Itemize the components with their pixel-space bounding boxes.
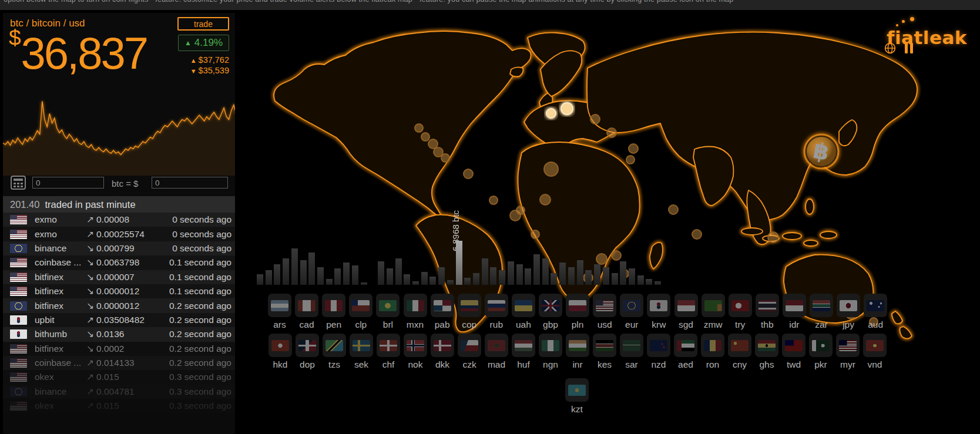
currency-tile-huf[interactable] <box>512 334 535 357</box>
btc-amount-input[interactable] <box>32 177 104 189</box>
exchange-name[interactable]: upbit <box>35 315 85 325</box>
trade-row[interactable]: bitfinex↘0.00020.2 second ago <box>3 342 236 356</box>
currency-tile-mad[interactable] <box>485 334 508 357</box>
trade-row[interactable]: exmo↗0.000080 seconds ago <box>3 213 236 227</box>
exchange-name[interactable]: okex <box>35 401 85 411</box>
currency-tile-sar[interactable] <box>620 334 643 357</box>
currency-tile-cny[interactable] <box>728 334 751 357</box>
currency-tile-clp[interactable] <box>349 294 372 317</box>
currency-tile-hkd[interactable] <box>269 334 292 357</box>
currency-tile-chf[interactable] <box>377 334 400 357</box>
currency-tile-kzt[interactable] <box>565 378 589 402</box>
exchange-name[interactable]: exmo <box>35 229 85 240</box>
currency-tile-kes[interactable] <box>593 334 616 357</box>
currency-tile-tzs[interactable] <box>323 334 346 357</box>
currency-tile-pln[interactable] <box>566 294 589 317</box>
currency-tile-thb[interactable] <box>756 294 779 317</box>
currency-tile-ghs[interactable] <box>755 334 778 357</box>
trade-row[interactable]: bitfinex↘0.00000120.2 second ago <box>3 298 236 312</box>
trade-row[interactable]: coinbase ...↘0.00637980.1 second ago <box>3 255 236 270</box>
trade-amount: 0.015 <box>96 372 119 382</box>
currency-tile-pen[interactable] <box>322 294 345 317</box>
currency-tile-ron[interactable] <box>701 334 724 357</box>
exchange-name[interactable]: bithumb <box>35 329 85 339</box>
currency-tile-aud[interactable] <box>864 294 887 317</box>
currency-tile-inr[interactable] <box>566 334 589 357</box>
trade-amount: 0.000007 <box>96 272 135 282</box>
coin-dot <box>626 156 635 164</box>
currency-tile-aed[interactable] <box>674 334 697 357</box>
coin-dot <box>546 109 556 118</box>
rub-flag-icon <box>488 300 505 311</box>
trade-row[interactable]: coinbase ...↗0.0141330.2 second ago <box>3 356 236 370</box>
exchange-name[interactable]: bitfinex <box>35 286 85 297</box>
exchange-name[interactable]: bitfinex <box>35 301 85 311</box>
trade-amount: 0.0063798 <box>96 257 139 268</box>
currency-tile-ars[interactable] <box>268 294 291 317</box>
currency-tile-usd[interactable] <box>593 294 616 317</box>
currency-tile-uah[interactable] <box>512 294 535 317</box>
usd-amount-input[interactable] <box>152 177 228 189</box>
volume-bar <box>361 282 367 285</box>
volume-bar <box>637 275 644 285</box>
huf-flag-icon <box>515 340 532 351</box>
currency-tile-dkk[interactable] <box>431 334 454 357</box>
currency-tile-brl[interactable] <box>376 294 400 317</box>
currency-tile-sgd[interactable] <box>674 294 698 317</box>
currency-tile-cop[interactable] <box>458 294 481 317</box>
trade-button[interactable]: trade <box>177 17 229 31</box>
trade-row[interactable]: okex↗0.0150.3 second ago <box>3 370 236 384</box>
currency-tile-gbp[interactable] <box>539 294 562 317</box>
trade-row[interactable]: bithumb↘0.01360.2 second ago <box>3 327 236 341</box>
currency-tile-try[interactable] <box>729 294 752 317</box>
trade-amount: 0.014133 <box>96 358 135 368</box>
trade-row[interactable]: upbit↗0.035084820.2 second ago <box>3 313 236 327</box>
usd-flag-icon <box>10 215 27 224</box>
currency-tile-pkr[interactable] <box>809 334 833 357</box>
coin-dot <box>540 194 551 205</box>
volume-bar <box>473 273 479 285</box>
trade-row[interactable]: binance↘0.0007990 seconds ago <box>3 241 236 255</box>
exchange-name[interactable]: bitfinex <box>35 344 85 354</box>
currency-tile-cad[interactable] <box>295 294 318 317</box>
currency-tile-mxn[interactable] <box>404 294 427 317</box>
currency-tile-zar[interactable] <box>810 294 833 317</box>
mxn-flag-icon <box>407 300 424 311</box>
exchange-name[interactable]: coinbase ... <box>35 358 85 368</box>
trade-row[interactable]: bitfinex↘0.0000070.1 second ago <box>3 270 236 284</box>
currency-tile-czk[interactable] <box>458 334 481 357</box>
currency-tile-pab[interactable] <box>431 294 454 317</box>
trade-amount: 0.00008 <box>96 214 129 225</box>
currency-tile-jpy[interactable] <box>837 294 860 317</box>
currency-tile-zmw[interactable] <box>702 294 725 317</box>
currency-tile-krw[interactable] <box>647 294 670 317</box>
trade-row[interactable]: okex↗0.0150.3 second ago <box>3 399 236 413</box>
exchange-name[interactable]: coinbase ... <box>35 257 85 268</box>
coin-dot <box>531 230 539 238</box>
trade-time: 0.2 second ago <box>169 358 231 368</box>
exchange-name[interactable]: okex <box>35 372 85 382</box>
currency-tile-nok[interactable] <box>404 334 427 357</box>
currency-tile-eur[interactable] <box>620 294 643 317</box>
currency-tile-myr[interactable] <box>836 334 860 357</box>
exchange-name[interactable]: binance <box>35 243 85 254</box>
exchange-name[interactable]: binance <box>35 386 85 397</box>
currency-tile-ngn[interactable] <box>539 334 562 357</box>
coin-dot <box>692 230 702 239</box>
currency-tile-twd[interactable] <box>782 334 806 357</box>
trade-row[interactable]: exmo↗0.000255740 seconds ago <box>3 227 236 241</box>
currency-tile-idr[interactable] <box>783 294 806 317</box>
trade-row[interactable]: binance↗0.0047810.3 second ago <box>3 385 236 399</box>
globe-icon[interactable] <box>884 42 896 54</box>
exchange-name[interactable]: bitfinex <box>35 272 85 282</box>
trade-row[interactable]: bitfinex↘0.00000120.1 second ago <box>3 284 236 298</box>
currency-tile-vnd[interactable] <box>863 334 887 357</box>
pause-icon[interactable] <box>905 42 914 54</box>
currency-tile-sek[interactable] <box>350 334 373 357</box>
currency-tile-rub[interactable] <box>485 294 508 317</box>
volume-bar <box>421 272 428 285</box>
volume-bar <box>542 258 549 285</box>
currency-tile-nzd[interactable] <box>647 334 670 357</box>
exchange-name[interactable]: exmo <box>35 214 85 225</box>
currency-tile-dop[interactable] <box>296 334 319 357</box>
